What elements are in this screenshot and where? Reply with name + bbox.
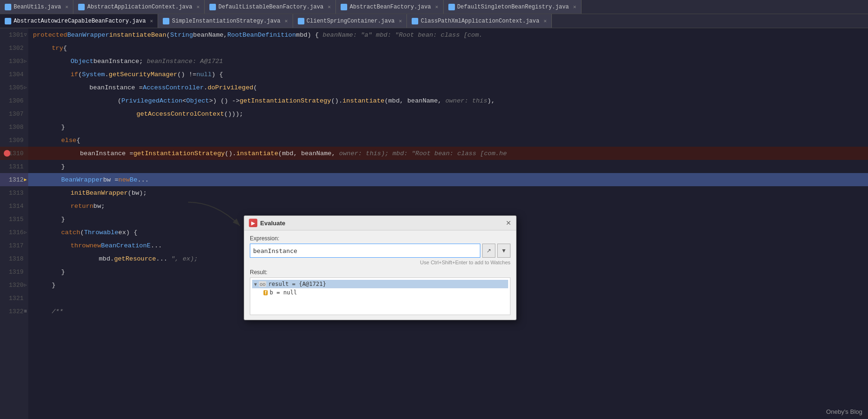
tab-beanutils[interactable]: BeanUtils.java ✕ — [0, 0, 73, 14]
gutter-1305: 1305 ▷ — [0, 81, 28, 94]
result-row-parent[interactable]: ▼ oo result = {A@1721} — [252, 280, 508, 288]
close-tab-clientspring[interactable]: ✕ — [399, 18, 402, 24]
java-file-icon9 — [412, 18, 418, 24]
java-file-icon5 — [448, 4, 455, 10]
code-line-1313: initBeanWrapper (bw); — [28, 186, 868, 199]
fold-1305[interactable]: ▷ — [23, 85, 28, 90]
fold-1316[interactable]: ▷ — [23, 229, 28, 235]
line-number-gutter: 1301 ▽ 1302 1303 ▷ 1304 1305 ▷ 1306 1307 — [0, 28, 28, 419]
fold-1320[interactable]: ▷ — [23, 282, 28, 288]
gutter-1301: 1301 ▽ — [0, 28, 28, 41]
tab-classpathxml[interactable]: ClassPathXmlApplicationContext.java ✕ — [407, 14, 552, 28]
field-type-icon: f — [263, 290, 268, 295]
popup-close-button[interactable]: ✕ — [506, 219, 511, 227]
blog-watermark: Oneby's Blog — [826, 408, 862, 415]
expression-input[interactable] — [250, 244, 480, 258]
tab-abstractautowire[interactable]: AbstractAutowireCapableBeanFactory.java … — [0, 14, 158, 28]
popup-title-bar: ▶ Evaluate ✕ — [244, 216, 516, 230]
gutter-1313: 1313 — [0, 186, 28, 199]
gutter-1320: 1320 ▷ — [0, 278, 28, 292]
gutter-1321: 1321 — [0, 292, 28, 305]
close-tab-simpleinstantiation[interactable]: ✕ — [285, 18, 288, 24]
code-line-1304: if ( System . getSecurityManager () != n… — [28, 68, 868, 81]
debug-arrow-1312: ▶ — [23, 177, 28, 182]
expression-input-row: ↗ ▼ — [250, 244, 510, 258]
gutter-1318: 1318 — [0, 252, 28, 265]
close-tab-beanutils[interactable]: ✕ — [65, 4, 69, 10]
close-tab-abstractappctx[interactable]: ✕ — [197, 4, 200, 10]
code-line-1303: Object beanInstance; beanInstance: A@172… — [28, 55, 868, 68]
tab-clientspring[interactable]: ClientSpringContainer.java ✕ — [293, 14, 407, 28]
gutter-1309: 1309 — [0, 134, 28, 147]
gutter-1311: 1311 — [0, 160, 28, 173]
code-line-1309: else { — [28, 134, 868, 147]
tree-expand-arrow[interactable]: ▼ — [254, 282, 257, 287]
expression-label: Expression: — [250, 235, 510, 242]
tab-defaultsingleton[interactable]: DefaultSingletonBeanRegistry.java ✕ — [444, 0, 581, 14]
code-line-1305: beanInstance = AccessController . doPriv… — [28, 81, 868, 94]
gutter-1322: 1322 ≡ — [0, 305, 28, 318]
evaluate-popup: ▶ Evaluate ✕ Expression: ↗ ▼ Use Ctrl+Sh… — [244, 215, 517, 320]
fold-1303[interactable]: ▷ — [23, 58, 28, 64]
code-line-1314: return bw; — [28, 199, 868, 213]
code-line-1311: } — [28, 160, 868, 173]
gutter-1319: 1319 — [0, 265, 28, 278]
result-tree: ▼ oo result = {A@1721} f b = null — [250, 277, 510, 315]
result-parent-text: result = {A@1721} — [268, 281, 326, 287]
editor-area: 1301 ▽ 1302 1303 ▷ 1304 1305 ▷ 1306 1307 — [0, 28, 868, 419]
tab-abstractappctx[interactable]: AbstractApplicationContext.java ✕ — [73, 0, 205, 14]
code-line-1312: BeanWrapper bw = new Be ... — [28, 173, 868, 186]
result-row-child[interactable]: f b = null — [252, 288, 508, 297]
gutter-1317: 1317 — [0, 239, 28, 252]
evaluate-icon: ▶ — [249, 219, 257, 227]
code-line-1306: ( PrivilegedAction < Object >) () -> get… — [28, 94, 868, 107]
object-type-icon: oo — [259, 281, 266, 287]
java-file-icon8 — [298, 18, 304, 24]
gutter-1310: 1310 — [0, 147, 28, 160]
java-file-icon4 — [341, 4, 347, 10]
gutter-1307: 1307 — [0, 107, 28, 120]
close-tab-abstractbeanfactory[interactable]: ✕ — [435, 4, 438, 10]
close-tab-abstractautowire[interactable]: ✕ — [150, 18, 153, 24]
close-tab-defaultlistable[interactable]: ✕ — [328, 4, 331, 10]
fold-1322[interactable]: ≡ — [23, 308, 28, 314]
popup-title: ▶ Evaluate — [249, 219, 285, 227]
close-tab-defaultsingleton[interactable]: ✕ — [573, 4, 576, 10]
expand-expr-button[interactable]: ↗ — [482, 244, 495, 258]
gutter-1308: 1308 — [0, 120, 28, 134]
tab-abstractbeanfactory[interactable]: AbstractBeanFactory.java ✕ — [336, 0, 443, 14]
gutter-1316: 1316 ▷ — [0, 226, 28, 239]
watches-hint: Use Ctrl+Shift+Enter to add to Watches — [250, 260, 510, 265]
close-tab-classpathxml[interactable]: ✕ — [543, 18, 547, 24]
gutter-1304: 1304 — [0, 68, 28, 81]
java-file-icon — [5, 4, 11, 10]
tab-defaultlistable[interactable]: DefaultListableBeanFactory.java ✕ — [205, 0, 336, 14]
code-line-1307: getAccessControlContext ())); — [28, 107, 868, 120]
tab-simpleinstantiation[interactable]: SimpleInstantiationStrategy.java ✕ — [158, 14, 293, 28]
gutter-1306: 1306 — [0, 94, 28, 107]
java-file-icon3 — [209, 4, 216, 10]
dropdown-expr-button[interactable]: ▼ — [497, 244, 510, 258]
popup-body: Expression: ↗ ▼ Use Ctrl+Shift+Enter to … — [244, 230, 516, 320]
gutter-1302: 1302 — [0, 41, 28, 55]
result-child-text: b = null — [270, 289, 297, 296]
breakpoint-1310[interactable] — [4, 150, 10, 157]
code-line-1308: } — [28, 120, 868, 134]
gutter-1314: 1314 — [0, 199, 28, 213]
gutter-1312: 1312 ▶ — [0, 173, 28, 186]
code-line-1310: beanInstance = getInstantiationStrategy … — [28, 147, 868, 160]
java-file-icon2 — [78, 4, 85, 10]
gutter-1315: 1315 — [0, 213, 28, 226]
code-line-1301: protected BeanWrapper instantiateBean ( … — [28, 28, 868, 41]
java-file-icon6 — [5, 18, 11, 24]
top-tab-bar: BeanUtils.java ✕ AbstractApplicationCont… — [0, 0, 868, 14]
code-line-1302: try { — [28, 41, 868, 55]
gutter-1303: 1303 ▷ — [0, 55, 28, 68]
result-label: Result: — [250, 269, 510, 276]
fold-1301[interactable]: ▽ — [23, 32, 28, 38]
java-file-icon7 — [163, 18, 169, 24]
second-tab-bar: AbstractAutowireCapableBeanFactory.java … — [0, 14, 868, 28]
